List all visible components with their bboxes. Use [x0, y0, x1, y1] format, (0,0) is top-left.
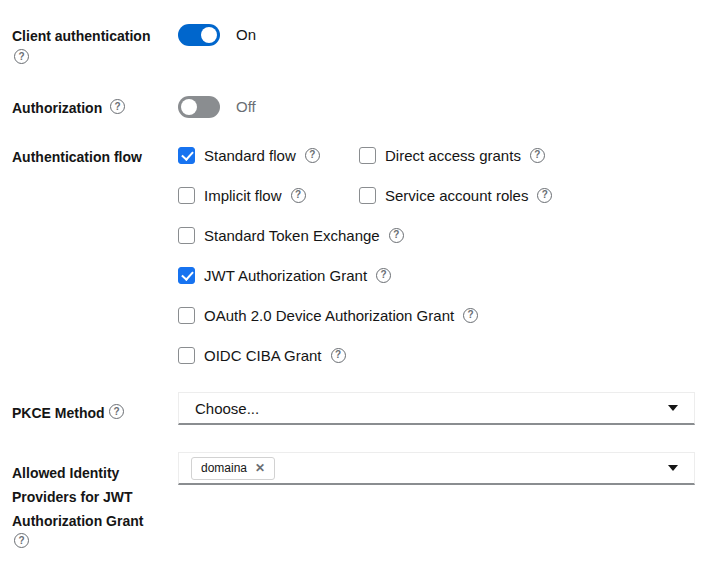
allowed-identity-providers-multiselect[interactable]: domaina ✕ [178, 452, 695, 485]
checkbox-label: OIDC CIBA Grant [204, 347, 322, 364]
checkbox-implicit-flow[interactable]: Implicit flow ? [178, 186, 306, 204]
checkbox-label: Direct access grants [385, 147, 521, 164]
help-icon[interactable]: ? [305, 148, 320, 163]
checkbox-label: Standard Token Exchange [204, 227, 380, 244]
client-settings-form: Client authentication ? On Authorization… [0, 0, 716, 569]
checkbox-direct-access-grants[interactable]: Direct access grants ? [359, 146, 545, 164]
toggle-knob [201, 27, 217, 43]
checkbox-label: Implicit flow [204, 187, 282, 204]
help-icon[interactable]: ? [389, 228, 404, 243]
allowed-identity-providers-label: Allowed Identity Providers for JWT Autho… [12, 461, 154, 533]
help-icon[interactable]: ? [331, 348, 346, 363]
checkbox[interactable] [178, 227, 195, 244]
checkbox-standard-flow[interactable]: Standard flow ? [178, 146, 320, 164]
checkbox[interactable] [359, 187, 376, 204]
checkbox-service-account-roles[interactable]: Service account roles ? [359, 186, 552, 204]
checkbox[interactable] [178, 187, 195, 204]
chip-label: domaina [201, 461, 247, 475]
help-icon[interactable]: ? [14, 49, 29, 64]
authorization-label: Authorization [12, 96, 102, 120]
chevron-down-icon [668, 465, 678, 471]
checkbox[interactable] [178, 267, 195, 284]
help-icon[interactable]: ? [110, 99, 125, 114]
checkbox-standard-token-exchange[interactable]: Standard Token Exchange ? [178, 226, 404, 244]
help-icon[interactable]: ? [530, 148, 545, 163]
client-authentication-state: On [236, 24, 256, 46]
chevron-down-icon [668, 405, 678, 411]
client-authentication-label: Client authentication [12, 24, 150, 48]
pkce-method-label: PKCE Method [12, 401, 105, 425]
toggle-knob [181, 99, 197, 115]
authorization-toggle[interactable] [178, 96, 220, 118]
help-icon[interactable]: ? [291, 188, 306, 203]
checkbox-label: OAuth 2.0 Device Authorization Grant [204, 307, 454, 324]
pkce-method-select[interactable]: Choose... [178, 392, 695, 425]
authorization-state: Off [236, 96, 256, 118]
help-icon[interactable]: ? [376, 268, 391, 283]
checkbox[interactable] [178, 347, 195, 364]
checkbox-jwt-authorization-grant[interactable]: JWT Authorization Grant ? [178, 266, 391, 284]
authentication-flow-label: Authentication flow [12, 145, 142, 169]
help-icon[interactable]: ? [14, 533, 29, 548]
client-authentication-toggle[interactable] [178, 24, 220, 46]
checkbox-label: Standard flow [204, 147, 296, 164]
authentication-flow-options: Standard flow ? Direct access grants ? I… [178, 146, 698, 366]
help-icon[interactable]: ? [537, 188, 552, 203]
help-icon[interactable]: ? [463, 308, 478, 323]
help-icon[interactable]: ? [109, 404, 124, 419]
checkbox-oidc-ciba-grant[interactable]: OIDC CIBA Grant ? [178, 346, 346, 364]
close-icon[interactable]: ✕ [255, 462, 265, 474]
checkbox[interactable] [359, 147, 376, 164]
checkbox-label: Service account roles [385, 187, 528, 204]
checkbox[interactable] [178, 147, 195, 164]
checkbox-label: JWT Authorization Grant [204, 267, 367, 284]
chip-domaina: domaina ✕ [191, 457, 275, 480]
pkce-method-selected-value: Choose... [195, 400, 259, 417]
checkbox[interactable] [178, 307, 195, 324]
checkbox-oauth-device-authorization-grant[interactable]: OAuth 2.0 Device Authorization Grant ? [178, 306, 478, 324]
